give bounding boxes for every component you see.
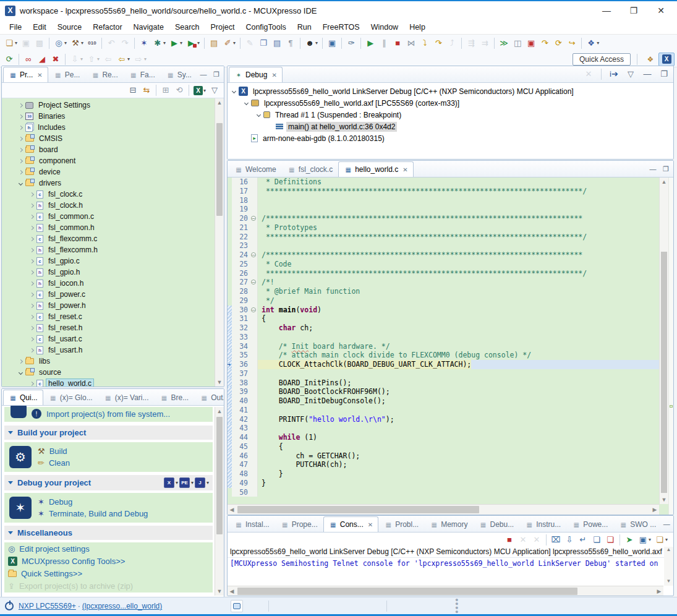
code-line-26[interactable]: 26 *************************************… (228, 269, 659, 278)
tree-item-fsl-power-h[interactable]: hfsl_power.h (2, 300, 224, 311)
code-line-38[interactable]: 38 BOARD_InitPins(); (228, 379, 659, 388)
editor-overview-ruler[interactable] (668, 178, 673, 515)
fold-collapse-icon[interactable]: – (251, 216, 256, 221)
tab-memory[interactable]: ▦Memory (424, 516, 473, 532)
step-return-button[interactable]: ⤴ (446, 36, 458, 50)
chevron-right-icon[interactable] (19, 169, 23, 174)
code-line-33[interactable]: 33 (228, 333, 659, 342)
chevron-right-icon[interactable] (30, 225, 34, 229)
code-line-27[interactable]: 27–/*! (228, 278, 659, 287)
chevron-right-icon[interactable] (30, 192, 34, 196)
close-icon[interactable]: ✕ (402, 166, 407, 173)
remove-terminated-button[interactable]: ✕ (582, 67, 595, 81)
minimize-button[interactable]: — (641, 67, 654, 81)
last-edit-button[interactable]: ⇦ (102, 53, 114, 66)
code-line-39[interactable]: 39 BOARD_BootClockFROHF96M(); (228, 387, 659, 396)
disconnect-button[interactable]: ⋈ (405, 36, 417, 50)
tree-item-fsl-reset-c[interactable]: cfsl_reset.c (2, 311, 224, 322)
doc-button[interactable]: ▤ (271, 36, 283, 50)
action-mcuxpresso-config-tools-[interactable]: XMCUXpresso Config Tools>> (8, 557, 209, 566)
tab-fsl-clock-c[interactable]: ▦fsl_clock.c (282, 161, 338, 177)
redo-button[interactable]: ↷ (119, 36, 131, 50)
code-line-22[interactable]: 22 *************************************… (228, 233, 659, 242)
scroll-lock-button[interactable]: ⇩ (563, 533, 576, 547)
code-editor[interactable]: 16 * Definitions17 *********************… (228, 178, 659, 504)
tab-debug[interactable]: ✶ Debug ✕ (229, 67, 283, 82)
display-console-button[interactable]: ▣▾ (637, 533, 652, 547)
view-menu-button[interactable]: ▽ (208, 83, 221, 97)
tab--x-glo-[interactable]: ▦(x)= Glo... (43, 390, 98, 405)
tree-item-fsl-reset-h[interactable]: hfsl_reset.h (2, 322, 224, 333)
tab-instru-[interactable]: ▦Instru... (519, 516, 566, 532)
suspend-button[interactable]: ∥ (378, 36, 390, 50)
tree-item-libs[interactable]: libs (2, 356, 224, 367)
run-button[interactable]: ▶▾ (168, 36, 184, 50)
chevron-down-icon[interactable] (244, 101, 249, 105)
instruction-step-over-button[interactable]: ⇉ (479, 36, 491, 50)
chevron-right-icon[interactable] (19, 136, 23, 140)
code-line-30[interactable]: 30–int main(void) (228, 306, 659, 315)
resume-button[interactable]: ▶ (364, 36, 377, 50)
debug-tree-item[interactable]: ▸arm-none-eabi-gdb (8.1.0.20180315) (228, 132, 673, 144)
quick-access-button[interactable]: Quick Access (573, 53, 631, 66)
menu-window[interactable]: Window (365, 21, 404, 33)
project-settings-button[interactable]: ◎▾ (53, 36, 68, 50)
run-config-button[interactable]: ▶▾ (185, 36, 201, 50)
tab-re-[interactable]: ▦Re... (85, 67, 123, 82)
chevron-right-icon[interactable] (30, 281, 34, 285)
code-line-37[interactable]: 37 (228, 369, 659, 379)
tree-item-binaries[interactable]: 10Binaries (2, 111, 224, 122)
editor-vertical-scrollbar[interactable]: ▲ ▼ (659, 178, 668, 504)
chevron-right-icon[interactable] (30, 259, 34, 263)
show-stdout-button[interactable]: ❏ (590, 533, 603, 547)
forward-button[interactable]: ⇨▾ (132, 53, 148, 66)
tree-item-fsl-iocon-h[interactable]: hfsl_iocon.h (2, 278, 224, 289)
chevron-right-icon[interactable] (30, 348, 34, 352)
tree-item-fsl-power-c[interactable]: cfsl_power.c (2, 289, 224, 300)
code-line-45[interactable]: 45 { (228, 442, 659, 451)
chevron-right-icon[interactable] (19, 103, 23, 107)
code-line-41[interactable]: 41 (228, 406, 659, 415)
chevron-right-icon[interactable] (30, 214, 34, 218)
tree-item-board[interactable]: board (2, 144, 224, 155)
save-all-button[interactable]: ▩ (33, 36, 46, 50)
code-line-34[interactable]: 34 /* Init board hardware. */ (228, 342, 659, 351)
prev-annotation-button[interactable]: ⇧▾ (85, 53, 101, 66)
close-icon[interactable]: ✕ (271, 72, 276, 79)
minimize-window-button[interactable]: — (593, 2, 620, 19)
restart-button[interactable]: ↷ (539, 36, 551, 50)
dropdown-arrow-icon[interactable]: ▾ (207, 480, 209, 486)
chevron-down-icon[interactable] (257, 113, 261, 117)
section-header-build[interactable]: Build your project (4, 426, 213, 440)
open-resource-button[interactable]: ▤ (208, 36, 220, 50)
action-quick-settings-[interactable]: Quick Settings>> (8, 569, 209, 578)
code-line-16[interactable]: 16 * Definitions (228, 178, 659, 187)
next-annotation-button[interactable]: ⇩▾ (69, 53, 84, 66)
debug-bug-button[interactable]: ✶ (138, 36, 150, 50)
terminate-all-button[interactable]: ▣ (525, 36, 537, 50)
chevron-right-icon[interactable] (30, 325, 34, 330)
code-line-50[interactable]: 50 (228, 488, 659, 497)
chevron-right-icon[interactable] (30, 292, 34, 296)
code-line-19[interactable]: 19 (228, 205, 659, 214)
tab-pe-[interactable]: ▦Pe... (48, 67, 86, 82)
project-status-link[interactable]: (lpcxpresso...ello_world) (82, 602, 162, 610)
reload-button[interactable]: ↪ (566, 36, 578, 50)
quickstart-scrollbar[interactable]: ▲ ▼ (215, 407, 224, 596)
tab-prope-[interactable]: ▦Prope... (275, 516, 323, 532)
dropdown-arrow-icon[interactable]: ▾ (176, 480, 178, 486)
refresh-button[interactable]: ⟲ (173, 83, 185, 97)
tree-item-fsl-gpio-h[interactable]: hfsl_gpio.h (2, 267, 224, 278)
binary-010-button[interactable]: 010 (86, 36, 98, 50)
code-line-32[interactable]: 32 char ch; (228, 323, 659, 333)
chevron-right-icon[interactable] (30, 247, 34, 252)
debug-tree-item[interactable]: Xlpcxpresso55s69_hello_world LinkServer … (228, 85, 673, 97)
section-header-miscellaneous[interactable]: Miscellaneous (4, 526, 213, 540)
back-button[interactable]: ⇦▾ (116, 53, 131, 66)
code-line-18[interactable]: 18 (228, 196, 659, 205)
chevron-right-icon[interactable] (30, 203, 34, 207)
menu-source[interactable]: Source (52, 21, 88, 33)
tab-qui-[interactable]: ▦Qui... (3, 390, 43, 405)
menu-search[interactable]: Search (169, 21, 205, 33)
annotation-button[interactable]: ✑ (345, 36, 357, 50)
